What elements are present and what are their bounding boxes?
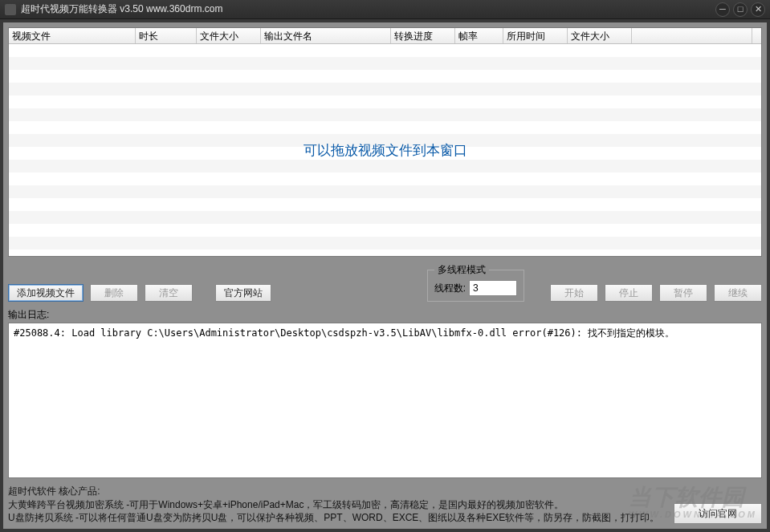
minimize-button[interactable]: ─ — [715, 2, 730, 17]
file-list[interactable]: 视频文件时长文件大小输出文件名转换进度帧率所用时间文件大小 可以拖放视频文件到本… — [8, 27, 762, 257]
official-site-button[interactable]: 官方网站 — [215, 284, 271, 302]
visit-official-button[interactable]: 访问官网 — [674, 503, 762, 524]
column-header[interactable]: 帧率 — [455, 28, 503, 43]
add-video-button[interactable]: 添加视频文件 — [8, 284, 84, 302]
file-list-header: 视频文件时长文件大小输出文件名转换进度帧率所用时间文件大小 — [9, 28, 761, 44]
footer-line3: U盘防拷贝系统 -可以将任何普通U盘变为防拷贝U盘，可以保护各种视频、PPT、W… — [8, 511, 666, 524]
log-area: 输出日志: #25088.4: Load library C:\Users\Ad… — [8, 308, 762, 478]
clear-button[interactable]: 清空 — [145, 284, 193, 302]
client-area: 视频文件时长文件大小输出文件名转换进度帧率所用时间文件大小 可以拖放视频文件到本… — [3, 22, 767, 529]
file-list-body[interactable]: 可以拖放视频文件到本窗口 — [9, 44, 761, 256]
footer: 超时代软件 核心产品: 大黄蜂跨平台视频加密系统 -可用于Windows+安卓+… — [8, 483, 762, 524]
column-header[interactable]: 文件大小 — [197, 28, 261, 43]
column-header[interactable] — [632, 28, 752, 43]
titlebar[interactable]: 超时代视频万能转换器 v3.50 www.360drm.com ─ □ ✕ — [0, 0, 770, 19]
thread-mode-group: 多线程模式 线程数: — [427, 263, 524, 302]
app-window: 超时代视频万能转换器 v3.50 www.360drm.com ─ □ ✕ 视频… — [0, 0, 770, 532]
continue-button[interactable]: 继续 — [714, 284, 762, 302]
thread-mode-legend: 多线程模式 — [434, 263, 489, 277]
app-icon — [5, 4, 16, 15]
drop-hint: 可以拖放视频文件到本窗口 — [304, 141, 467, 160]
delete-button[interactable]: 删除 — [90, 284, 138, 302]
toolbar: 添加视频文件 删除 清空 官方网站 多线程模式 线程数: 开始 停止 暂停 继续 — [8, 262, 762, 303]
log-label: 输出日志: — [8, 308, 762, 322]
column-header[interactable]: 时长 — [136, 28, 197, 43]
close-button[interactable]: ✕ — [751, 2, 765, 17]
thread-count-input[interactable] — [469, 280, 517, 296]
column-header[interactable]: 视频文件 — [9, 28, 136, 43]
column-header[interactable]: 输出文件名 — [261, 28, 391, 43]
column-header[interactable]: 转换进度 — [391, 28, 455, 43]
maximize-button[interactable]: □ — [733, 2, 748, 17]
footer-line2: 大黄蜂跨平台视频加密系统 -可用于Windows+安卓+iPhone/iPad+… — [8, 498, 666, 511]
stop-button[interactable]: 停止 — [605, 284, 653, 302]
column-header[interactable]: 文件大小 — [568, 28, 632, 43]
footer-line1: 超时代软件 核心产品: — [8, 485, 666, 497]
pause-button[interactable]: 暂停 — [659, 284, 707, 302]
thread-count-label: 线程数: — [434, 282, 466, 295]
column-header[interactable]: 所用时间 — [503, 28, 568, 43]
start-button[interactable]: 开始 — [550, 284, 598, 302]
footer-text: 超时代软件 核心产品: 大黄蜂跨平台视频加密系统 -可用于Windows+安卓+… — [8, 485, 666, 524]
log-output[interactable]: #25088.4: Load library C:\Users\Administ… — [8, 323, 762, 478]
window-title: 超时代视频万能转换器 v3.50 www.360drm.com — [21, 2, 222, 16]
